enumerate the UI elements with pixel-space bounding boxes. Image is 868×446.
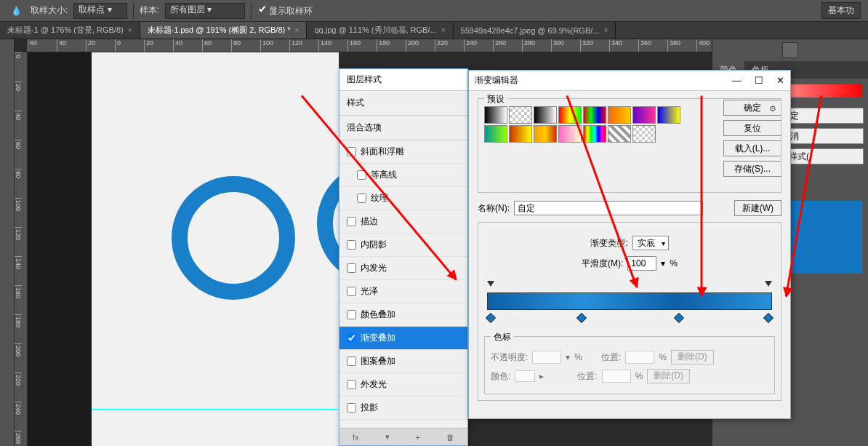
position-input bbox=[625, 351, 654, 364]
gradient-presets bbox=[484, 106, 688, 143]
trash-icon[interactable]: 🗑 bbox=[446, 433, 454, 442]
document-tab[interactable]: 未标题-1.psd @ 191% (椭圆 2, RGB/8) *× bbox=[140, 22, 308, 39]
chevron-icon[interactable]: ▾ bbox=[385, 432, 390, 442]
layer-style-item[interactable]: 渐变叠加 bbox=[339, 327, 467, 350]
gradient-preset[interactable] bbox=[509, 125, 532, 143]
effect-checkbox[interactable] bbox=[347, 217, 356, 226]
effect-checkbox[interactable] bbox=[347, 357, 356, 366]
close-icon[interactable]: × bbox=[295, 26, 300, 34]
gradient-preset[interactable] bbox=[534, 125, 557, 143]
document-tab[interactable]: 55949a428e4c7.jpeg @ 69.9%(RGB/...× bbox=[454, 22, 616, 39]
close-icon[interactable]: × bbox=[604, 26, 608, 34]
gradient-preset[interactable] bbox=[632, 106, 656, 124]
gradient-preset[interactable] bbox=[608, 125, 631, 143]
artboard bbox=[92, 52, 339, 446]
workspace-switcher[interactable]: 基本功 bbox=[821, 2, 861, 19]
effect-checkbox[interactable] bbox=[347, 380, 356, 389]
layer-style-item[interactable]: 斜面和浮雕 bbox=[339, 140, 467, 164]
gradient-editor-dialog: 渐变编辑器 — ☐ ✕ 确定 复位 载入(L)... 存储(S)... 预设 名… bbox=[468, 70, 791, 419]
fx-icon[interactable]: fx bbox=[353, 433, 359, 442]
shape-ellipse[interactable] bbox=[172, 176, 295, 300]
layer-style-dialog: 图层样式 样式 混合选项 斜面和浮雕 等高线 纹理 描边 内阴影 内发光 光泽 … bbox=[339, 68, 468, 446]
smoothness-input[interactable] bbox=[627, 256, 656, 271]
sample-layers-dropdown[interactable]: 所有图层 ▾ bbox=[165, 3, 245, 19]
gradient-preset[interactable] bbox=[632, 125, 656, 143]
effect-checkbox[interactable] bbox=[347, 310, 356, 319]
dialog-title: 渐变编辑器 bbox=[475, 74, 518, 87]
add-icon[interactable]: + bbox=[416, 433, 420, 442]
delete-button[interactable]: 删除(D) bbox=[647, 369, 690, 383]
stops-label: 色标 bbox=[491, 331, 514, 343]
position-label: 位置: bbox=[601, 351, 621, 364]
gradient-preset[interactable] bbox=[509, 106, 532, 124]
color-position-input bbox=[602, 370, 631, 383]
effect-checkbox[interactable] bbox=[347, 333, 356, 343]
gradient-preset[interactable] bbox=[608, 106, 631, 124]
layer-style-item[interactable]: 投影 bbox=[339, 397, 467, 420]
opacity-stop[interactable] bbox=[765, 281, 772, 287]
document-tabs: 未标题-1 @ 176% (背景, RGB/8)×未标题-1.psd @ 191… bbox=[0, 22, 868, 39]
color-stop[interactable] bbox=[674, 313, 684, 323]
effect-checkbox[interactable] bbox=[347, 287, 356, 296]
layer-style-item[interactable]: 描边 bbox=[339, 210, 467, 234]
new-gradient-button[interactable]: 新建(W) bbox=[734, 200, 781, 216]
color-swatch[interactable] bbox=[515, 370, 535, 382]
color-label: 颜色: bbox=[491, 370, 510, 383]
layer-style-footer: fx ▾ + 🗑 bbox=[339, 428, 467, 445]
close-icon[interactable]: ✕ bbox=[776, 75, 784, 86]
blend-options-header[interactable]: 混合选项 bbox=[339, 116, 467, 140]
dialog-title: 图层样式 bbox=[339, 69, 467, 91]
effect-checkbox[interactable] bbox=[347, 263, 356, 273]
layer-style-item[interactable]: 颜色叠加 bbox=[339, 303, 467, 327]
ruler-vertical: 0204060801001201401601802002202402602803… bbox=[15, 52, 28, 446]
sample-label: 样本: bbox=[140, 4, 159, 17]
gradient-preset[interactable] bbox=[484, 106, 507, 124]
document-tab[interactable]: 未标题-1 @ 176% (背景, RGB/8)× bbox=[0, 22, 140, 39]
close-icon[interactable]: × bbox=[128, 26, 132, 34]
color-stop[interactable] bbox=[763, 313, 773, 323]
gradient-preset[interactable] bbox=[657, 106, 680, 124]
sample-size-label: 取样大小: bbox=[31, 4, 68, 17]
gradient-type-dropdown[interactable]: 实底 bbox=[632, 236, 669, 250]
panel-icon[interactable] bbox=[782, 42, 798, 58]
opacity-stop[interactable] bbox=[487, 281, 494, 287]
layer-style-item[interactable]: 等高线 bbox=[339, 164, 467, 187]
color-stop[interactable] bbox=[576, 313, 587, 323]
guide-line[interactable] bbox=[92, 409, 339, 410]
annotation-arrow bbox=[701, 96, 703, 296]
gradient-preset[interactable] bbox=[484, 125, 507, 143]
name-label: 名称(N): bbox=[478, 202, 510, 215]
left-toolbar[interactable] bbox=[0, 39, 15, 446]
presets-label: 预设 bbox=[484, 93, 507, 105]
options-bar: 💧 取样大小: 取样点 ▾ 样本: 所有图层 ▾ 显示取样环 基本功 bbox=[0, 0, 868, 22]
effect-checkbox[interactable] bbox=[347, 240, 356, 250]
opacity-input bbox=[532, 351, 561, 364]
color-stop[interactable] bbox=[486, 313, 496, 323]
sample-size-dropdown[interactable]: 取样点 ▾ bbox=[73, 3, 126, 19]
eyedropper-icon[interactable]: 💧 bbox=[7, 2, 25, 20]
gradient-bar[interactable] bbox=[487, 285, 772, 314]
gradient-preset[interactable] bbox=[583, 125, 606, 143]
close-icon[interactable]: × bbox=[441, 26, 446, 34]
show-sample-ring[interactable]: 显示取样环 bbox=[257, 4, 313, 17]
smoothness-label: 平滑度(M): bbox=[582, 258, 623, 270]
layer-style-item[interactable]: 光泽 bbox=[339, 280, 467, 303]
gradient-preset[interactable] bbox=[534, 106, 557, 124]
document-tab[interactable]: qq.jpg @ 111% (秀川临慕, RGB/...× bbox=[307, 22, 453, 39]
layer-style-item[interactable]: 纹理 bbox=[339, 187, 467, 210]
minimize-icon[interactable]: — bbox=[732, 75, 742, 86]
opacity-label: 不透明度: bbox=[491, 351, 528, 364]
maximize-icon[interactable]: ☐ bbox=[755, 75, 763, 86]
layer-style-item[interactable]: 图案叠加 bbox=[339, 350, 467, 373]
gradient-preset[interactable] bbox=[583, 106, 606, 124]
gear-icon[interactable] bbox=[769, 103, 776, 114]
styles-header[interactable]: 样式 bbox=[339, 91, 467, 116]
layer-style-item[interactable]: 内阴影 bbox=[339, 234, 467, 257]
effect-checkbox[interactable] bbox=[357, 194, 366, 203]
delete-button[interactable]: 删除(D) bbox=[671, 350, 714, 365]
effect-checkbox[interactable] bbox=[347, 403, 356, 413]
layer-style-item[interactable]: 外发光 bbox=[339, 373, 467, 397]
